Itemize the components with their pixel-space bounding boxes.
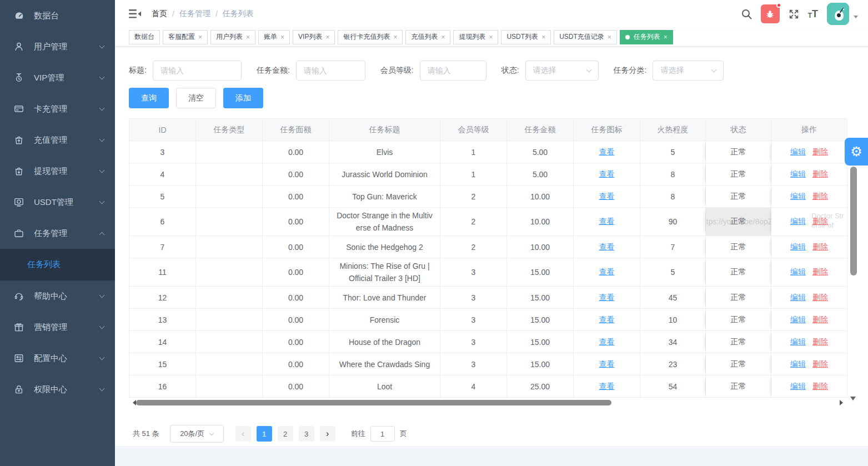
tab-close-icon[interactable]: × <box>325 33 329 41</box>
tab-10[interactable]: USDT充值记录× <box>554 30 617 44</box>
tab-7[interactable]: 充值列表× <box>405 30 450 44</box>
page-button-3[interactable]: 3 <box>299 426 314 442</box>
edit-link[interactable]: 编辑 <box>790 192 806 202</box>
prev-page-button[interactable]: ‹ <box>235 426 251 442</box>
tab-3[interactable]: 用户列表× <box>210 30 255 44</box>
vertical-scrollbar-thumb[interactable] <box>850 167 857 275</box>
sidebar-subitem-task-list[interactable]: 任务列表 <box>0 249 115 280</box>
tab-close-icon[interactable]: × <box>246 33 250 41</box>
tab-close-icon[interactable]: × <box>664 33 668 41</box>
edit-link[interactable]: 编辑 <box>790 337 806 347</box>
delete-link[interactable]: 删除 <box>812 337 828 347</box>
edit-link[interactable]: 编辑 <box>790 169 806 179</box>
horizontal-scrollbar[interactable] <box>129 398 847 407</box>
tab-2[interactable]: 客服配置× <box>163 30 208 44</box>
add-button[interactable]: 添加 <box>223 88 263 108</box>
delete-link[interactable]: 删除 <box>812 169 828 179</box>
settings-fab-button[interactable]: ⚙ <box>845 138 868 166</box>
sidebar-item-11[interactable]: 配置中心 <box>0 343 115 374</box>
delete-link[interactable]: 删除 <box>812 242 828 252</box>
tab-close-icon[interactable]: × <box>393 33 397 41</box>
filter-input-3[interactable] <box>420 61 486 81</box>
delete-link[interactable]: 删除 <box>812 293 828 303</box>
fullscreen-icon[interactable] <box>789 9 799 19</box>
delete-link[interactable]: 删除 <box>812 217 828 227</box>
bug-report-button[interactable] <box>761 4 780 23</box>
edit-link[interactable]: 编辑 <box>790 217 806 227</box>
sidebar-item-9[interactable]: 帮助中心 <box>0 280 115 312</box>
table-cell <box>196 141 263 163</box>
sidebar-item-10[interactable]: 营销管理 <box>0 312 115 343</box>
text-size-icon[interactable]: TT <box>808 9 818 19</box>
delete-link[interactable]: 删除 <box>812 147 828 157</box>
delete-link[interactable]: 删除 <box>812 382 828 392</box>
tab-close-icon[interactable]: × <box>541 33 545 41</box>
sidebar-item-12[interactable]: 权限中心 <box>0 374 115 405</box>
tab-close-icon[interactable]: × <box>280 33 284 41</box>
filter-input-2[interactable] <box>296 61 365 81</box>
edit-link[interactable]: 编辑 <box>790 147 806 157</box>
hscroll-right-arrow-icon[interactable] <box>840 400 846 405</box>
delete-link[interactable]: 删除 <box>812 315 828 325</box>
clear-button[interactable]: 清空 <box>176 88 216 108</box>
tab-close-icon[interactable]: × <box>608 33 611 41</box>
sidebar-collapse-icon[interactable] <box>129 9 141 19</box>
tab-4[interactable]: 账单× <box>258 30 290 44</box>
view-icon-link[interactable]: 查看 <box>599 293 615 303</box>
page-button-2[interactable]: 2 <box>278 426 293 442</box>
page-size-select[interactable]: 20条/页 <box>170 425 224 443</box>
vscroll-down-arrow-icon[interactable] <box>850 397 856 403</box>
avatar-dropdown-caret-icon[interactable] <box>854 16 858 21</box>
view-icon-link[interactable]: 查看 <box>599 315 615 325</box>
goto-page-input[interactable] <box>370 426 395 442</box>
delete-link[interactable]: 删除 <box>812 192 828 202</box>
tab-close-icon[interactable]: × <box>441 33 445 41</box>
tab-1[interactable]: 数据台 <box>129 30 160 44</box>
edit-link[interactable]: 编辑 <box>790 293 806 303</box>
view-icon-link[interactable]: 查看 <box>599 359 615 369</box>
filter-input-1[interactable] <box>153 61 242 81</box>
edit-link[interactable]: 编辑 <box>790 315 806 325</box>
view-icon-link[interactable]: 查看 <box>599 267 615 277</box>
edit-link[interactable]: 编辑 <box>790 359 806 369</box>
hscroll-thumb[interactable] <box>136 400 611 405</box>
tab-9[interactable]: USDT列表× <box>501 30 551 44</box>
tab-6[interactable]: 银行卡充值列表× <box>338 30 403 44</box>
sidebar-item-7[interactable]: USDT管理 <box>0 187 115 218</box>
tab-5[interactable]: VIP列表× <box>293 30 335 44</box>
tab-close-icon[interactable]: × <box>489 33 493 41</box>
avatar[interactable] <box>827 3 849 25</box>
filter-select-4[interactable]: 请选择 <box>525 61 599 81</box>
view-icon-link[interactable]: 查看 <box>599 169 615 179</box>
page-button-1[interactable]: 1 <box>257 426 272 442</box>
edit-link[interactable]: 编辑 <box>790 382 806 392</box>
view-icon-link[interactable]: 查看 <box>599 147 615 157</box>
edit-link[interactable]: 编辑 <box>790 242 806 252</box>
filter-select-5[interactable]: 请选择 <box>653 61 724 81</box>
view-icon-link[interactable]: 查看 <box>599 217 615 227</box>
delete-link[interactable]: 删除 <box>812 267 828 277</box>
search-icon[interactable] <box>741 9 752 19</box>
breadcrumb-item-1[interactable]: 首页 <box>152 9 167 19</box>
delete-link[interactable]: 删除 <box>812 359 828 369</box>
hscroll-left-arrow-icon[interactable] <box>130 400 136 405</box>
sidebar-item-1[interactable]: 数据台 <box>0 0 115 31</box>
sidebar-item-5[interactable]: 充值管理 <box>0 124 115 156</box>
sidebar-item-2[interactable]: 用户管理 <box>0 31 115 62</box>
search-button[interactable]: 查询 <box>129 88 169 108</box>
table-cell: 查看 <box>574 163 640 186</box>
sidebar-item-3[interactable]: VIP管理 <box>0 62 115 93</box>
sidebar-item-6[interactable]: 提现管理 <box>0 156 115 187</box>
view-icon-link[interactable]: 查看 <box>599 242 615 252</box>
view-icon-link[interactable]: 查看 <box>599 192 615 202</box>
active-tab-dot <box>625 35 630 39</box>
tab-8[interactable]: 提现列表× <box>453 30 498 44</box>
sidebar-item-4[interactable]: 卡充管理 <box>0 93 115 124</box>
tab-close-icon[interactable]: × <box>198 33 202 41</box>
sidebar-item-8[interactable]: 任务管理 <box>0 218 115 249</box>
view-icon-link[interactable]: 查看 <box>599 382 615 392</box>
view-icon-link[interactable]: 查看 <box>599 337 615 347</box>
edit-link[interactable]: 编辑 <box>790 267 806 277</box>
tab-11[interactable]: 任务列表× <box>620 30 673 44</box>
next-page-button[interactable]: › <box>320 426 335 442</box>
